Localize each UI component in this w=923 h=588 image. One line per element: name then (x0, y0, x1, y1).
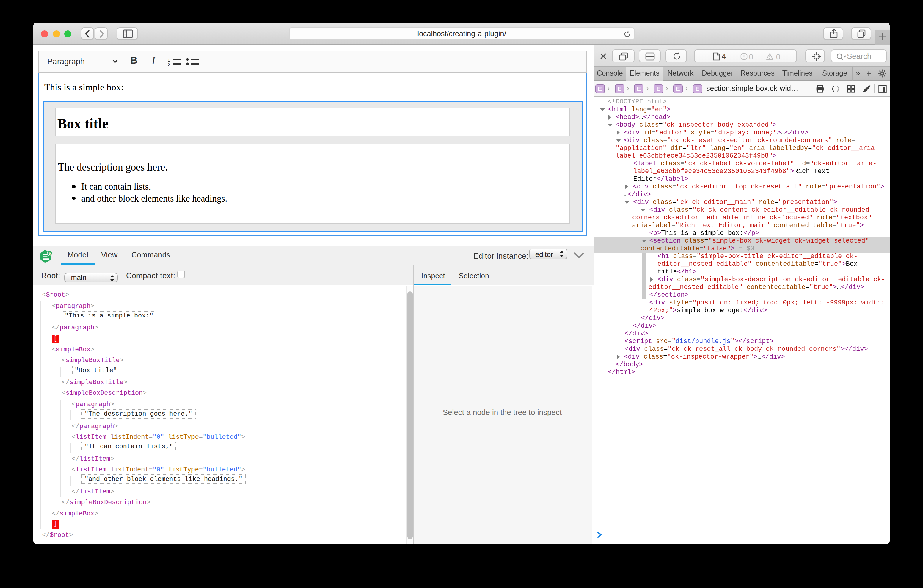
svg-text:1: 1 (168, 57, 170, 62)
svg-text:5: 5 (49, 251, 51, 255)
svg-text:2: 2 (168, 62, 170, 67)
